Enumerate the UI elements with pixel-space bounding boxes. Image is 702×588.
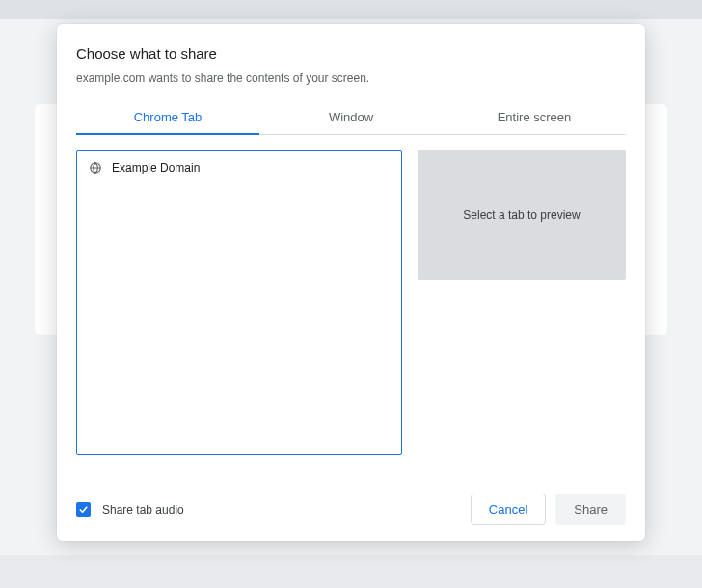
- share-source-tabs: Chrome Tab Window Entire screen: [76, 102, 626, 135]
- background-top-bar: [0, 0, 702, 19]
- dialog-title: Choose what to share: [76, 45, 626, 62]
- background-bottom-bar: [0, 555, 702, 588]
- preview-pane: Select a tab to preview: [418, 150, 626, 280]
- globe-icon: [89, 161, 102, 174]
- dialog-content: Example Domain Select a tab to preview: [76, 150, 626, 470]
- tab-list[interactable]: Example Domain: [76, 150, 402, 455]
- tab-list-item[interactable]: Example Domain: [77, 151, 401, 184]
- tab-list-item-label: Example Domain: [112, 161, 200, 174]
- share-audio-checkbox[interactable]: Share tab audio: [76, 502, 184, 517]
- dialog-footer: Share tab audio Cancel Share: [76, 494, 626, 525]
- preview-placeholder: Select a tab to preview: [463, 208, 580, 222]
- dialog-buttons: Cancel Share: [471, 494, 626, 525]
- tab-entire-screen[interactable]: Entire screen: [443, 102, 626, 134]
- cancel-button[interactable]: Cancel: [471, 494, 546, 525]
- tab-chrome-tab[interactable]: Chrome Tab: [76, 102, 259, 134]
- share-dialog: Choose what to share example.com wants t…: [57, 24, 645, 541]
- checkbox-checked-icon: [76, 502, 91, 517]
- share-button[interactable]: Share: [555, 494, 626, 525]
- tab-window[interactable]: Window: [259, 102, 443, 134]
- share-audio-label: Share tab audio: [102, 503, 184, 517]
- dialog-subtitle: example.com wants to share the contents …: [76, 71, 626, 85]
